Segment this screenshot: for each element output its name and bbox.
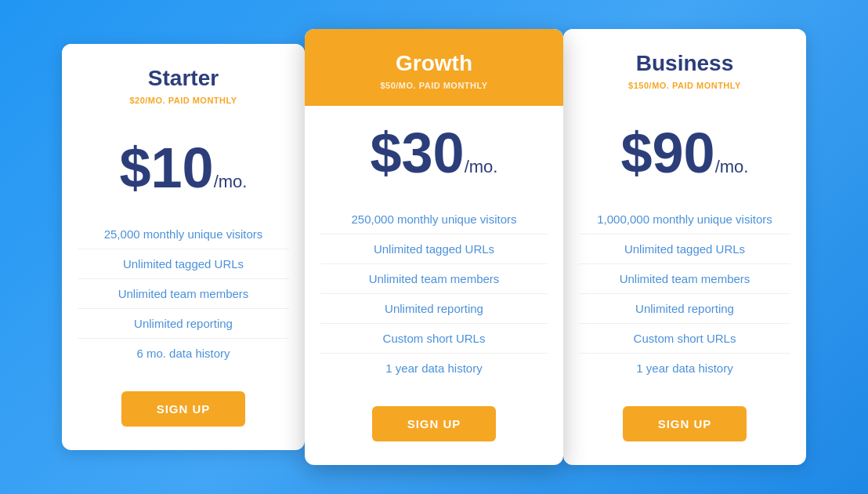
- growth-price-amount: $30: [371, 125, 465, 181]
- business-card: Business $150/MO. PAID MONTHLY $90 /mo. …: [563, 29, 806, 465]
- business-price-suffix: /mo.: [715, 153, 749, 180]
- feature-item: 1 year data history: [320, 354, 548, 383]
- feature-item: Unlimited reporting: [579, 294, 790, 324]
- business-price-row: $90 /mo.: [579, 125, 790, 181]
- growth-features: 250,000 monthly unique visitors Unlimite…: [305, 197, 563, 390]
- growth-price-row: $30 /mo.: [320, 125, 548, 181]
- business-price-section: $90 /mo.: [563, 106, 806, 197]
- starter-price-suffix: /mo.: [214, 168, 248, 195]
- business-price-amount: $90: [621, 125, 715, 181]
- growth-card: Growth $50/MO. PAID MONTHLY $30 /mo. 250…: [305, 29, 563, 465]
- feature-item: Custom short URLs: [320, 324, 548, 354]
- growth-price-section: $30 /mo.: [305, 106, 563, 197]
- growth-price-suffix: /mo.: [465, 153, 498, 180]
- starter-signup-button[interactable]: SIGN UP: [121, 391, 246, 427]
- pricing-container: Starter $20/MO. PAID MONTHLY $10 /mo. 25…: [0, 13, 868, 481]
- starter-billing: $20/MO. PAID MONTHLY: [78, 96, 289, 105]
- feature-item: Unlimited tagged URLs: [579, 234, 790, 264]
- growth-plan-name: Growth: [320, 51, 548, 76]
- starter-price-section: $10 /mo.: [62, 121, 305, 212]
- feature-item: Unlimited reporting: [78, 309, 289, 339]
- feature-item: 250,000 monthly unique visitors: [320, 205, 548, 234]
- growth-billing: $50/MO. PAID MONTHLY: [320, 81, 548, 90]
- starter-card: Starter $20/MO. PAID MONTHLY $10 /mo. 25…: [62, 44, 305, 450]
- business-signup-button[interactable]: SIGN UP: [623, 406, 747, 441]
- feature-item: 1,000,000 monthly unique visitors: [579, 205, 790, 234]
- growth-header: Growth $50/MO. PAID MONTHLY: [305, 29, 563, 106]
- feature-item: 1 year data history: [579, 354, 790, 383]
- starter-features: 25,000 monthly unique visitors Unlimited…: [62, 212, 305, 376]
- starter-price-amount: $10: [120, 140, 214, 196]
- starter-header: Starter $20/MO. PAID MONTHLY: [62, 44, 305, 121]
- feature-item: Unlimited team members: [579, 264, 790, 294]
- feature-item: Unlimited tagged URLs: [320, 234, 548, 264]
- business-billing: $150/MO. PAID MONTHLY: [579, 81, 790, 90]
- feature-item: Unlimited team members: [78, 279, 289, 309]
- business-header: Business $150/MO. PAID MONTHLY: [563, 29, 806, 106]
- feature-item: Unlimited team members: [320, 264, 548, 294]
- feature-item: Unlimited reporting: [320, 294, 548, 324]
- starter-plan-name: Starter: [78, 66, 289, 91]
- starter-price-row: $10 /mo.: [78, 140, 289, 196]
- feature-item: 6 mo. data history: [78, 339, 289, 368]
- feature-item: 25,000 monthly unique visitors: [78, 220, 289, 249]
- business-plan-name: Business: [579, 51, 790, 76]
- feature-item: Unlimited tagged URLs: [78, 249, 289, 279]
- business-features: 1,000,000 monthly unique visitors Unlimi…: [563, 197, 806, 390]
- growth-signup-button[interactable]: SIGN UP: [372, 406, 497, 441]
- feature-item: Custom short URLs: [579, 324, 790, 354]
